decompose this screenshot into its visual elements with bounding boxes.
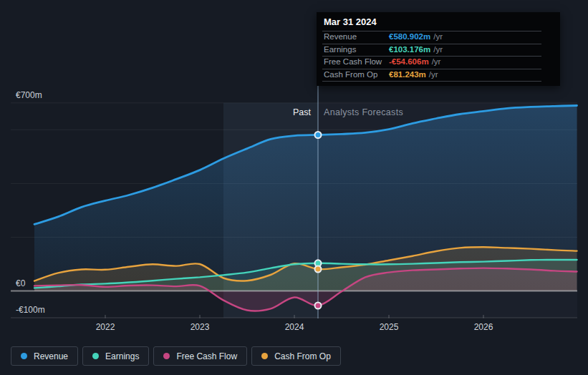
x-axis-label: 2025 xyxy=(371,322,407,332)
tooltip-suffix: /yr xyxy=(433,32,443,41)
tooltip-value: €103.176m xyxy=(389,45,430,54)
chart-tooltip: Mar 31 2024 Revenue€580.902m/yr Earnings… xyxy=(317,12,560,86)
tooltip-value: €580.902m xyxy=(389,32,430,41)
legend-item-label: Revenue xyxy=(34,351,68,361)
tooltip-row-free-cash-flow: Free Cash Flow-€54.606m/yr xyxy=(317,56,560,69)
tooltip-label: Cash From Op xyxy=(324,69,389,82)
free-cash-flow-dot-icon xyxy=(163,353,170,359)
forecast-region-label: Analysts Forecasts xyxy=(324,107,403,117)
marker-free-cash-flow xyxy=(315,303,322,309)
legend-item-label: Cash From Op xyxy=(274,351,331,361)
tooltip-row-revenue: Revenue€580.902m/yr xyxy=(317,31,560,44)
past-region-label: Past xyxy=(293,107,311,117)
tooltip-suffix: /yr xyxy=(432,57,441,66)
tooltip-date: Mar 31 2024 xyxy=(317,12,560,31)
legend-item-cash-from-op[interactable]: Cash From Op xyxy=(251,346,341,366)
x-axis-label: 2023 xyxy=(182,322,218,332)
earnings-dot-icon xyxy=(92,353,99,359)
marker-cash-from-op xyxy=(315,266,322,273)
tooltip-label: Free Cash Flow xyxy=(324,56,389,69)
tooltip-label: Revenue xyxy=(324,31,389,44)
tooltip-value: €81.243m xyxy=(389,70,426,79)
legend: Revenue Earnings Free Cash Flow Cash Fro… xyxy=(11,346,341,366)
cash-from-op-dot-icon xyxy=(261,353,268,359)
y-axis-label: -€100m xyxy=(16,305,45,315)
y-axis-label: €700m xyxy=(16,90,42,100)
x-axis-label: 2022 xyxy=(87,322,123,332)
y-axis-label: €0 xyxy=(16,278,25,288)
tooltip-label: Earnings xyxy=(324,44,389,57)
x-axis-label: 2024 xyxy=(276,322,312,332)
legend-item-label: Earnings xyxy=(105,351,139,361)
tooltip-row-cash-from-op: Cash From Op€81.243m/yr xyxy=(317,69,560,82)
earnings-revenue-forecast-panel: €700m€0-€100m20222023202420252026 Past A… xyxy=(0,0,588,375)
tooltip-suffix: /yr xyxy=(433,45,443,54)
legend-item-earnings[interactable]: Earnings xyxy=(82,346,149,366)
legend-item-label: Free Cash Flow xyxy=(176,351,237,361)
legend-item-free-cash-flow[interactable]: Free Cash Flow xyxy=(153,346,247,366)
marker-revenue xyxy=(315,132,322,138)
tooltip-value: -€54.606m xyxy=(389,57,429,66)
tooltip-row-earnings: Earnings€103.176m/yr xyxy=(317,44,560,57)
revenue-dot-icon xyxy=(21,353,27,359)
x-axis-label: 2026 xyxy=(466,322,501,332)
legend-item-revenue[interactable]: Revenue xyxy=(11,346,78,366)
tooltip-suffix: /yr xyxy=(429,70,438,79)
